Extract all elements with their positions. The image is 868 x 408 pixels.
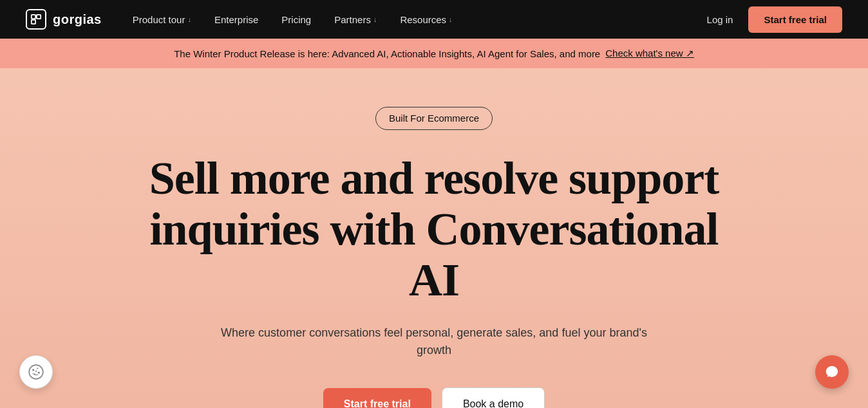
nav-item-pricing[interactable]: Pricing — [281, 14, 311, 25]
announcement-text: The Winter Product Release is here: Adva… — [174, 48, 600, 59]
nav-links: Product tour ↓ Enterprise Pricing Partne… — [133, 14, 453, 25]
logo[interactable]: gorgias — [26, 9, 102, 30]
hero-section: Built For Ecommerce Sell more and resolv… — [0, 68, 868, 408]
svg-rect-2 — [32, 20, 35, 24]
logo-text: gorgias — [53, 12, 102, 27]
trial-button-nav[interactable]: Start free trial — [748, 6, 842, 33]
announcement-link[interactable]: Check what's new ↗ — [605, 48, 694, 59]
chat-widget[interactable] — [815, 355, 849, 389]
chevron-down-icon: ↓ — [449, 15, 453, 23]
svg-point-4 — [32, 369, 34, 371]
cookie-widget[interactable] — [19, 355, 53, 389]
cookie-icon — [28, 364, 44, 380]
svg-point-8 — [35, 371, 37, 372]
svg-point-6 — [38, 371, 40, 373]
navbar-right: Log in Start free trial — [707, 6, 842, 33]
navbar: gorgias Product tour ↓ Enterprise Pricin… — [0, 0, 868, 39]
chevron-down-icon: ↓ — [187, 15, 191, 23]
svg-point-5 — [37, 368, 38, 369]
hero-buttons: Start free trial Book a demo — [323, 387, 545, 408]
nav-item-resources[interactable]: Resources ↓ — [400, 14, 452, 25]
svg-rect-1 — [37, 15, 41, 19]
navbar-left: gorgias Product tour ↓ Enterprise Pricin… — [26, 9, 453, 30]
announcement-banner: The Winter Product Release is here: Adva… — [0, 39, 868, 68]
hero-headline: Sell more and resolve support inquiries … — [144, 153, 724, 306]
chat-bubble-icon — [825, 365, 839, 379]
hero-subtext: Where customer conversations feel person… — [209, 324, 659, 359]
logo-svg — [30, 14, 42, 25]
trial-button-hero[interactable]: Start free trial — [323, 388, 431, 408]
svg-rect-0 — [32, 15, 35, 19]
login-button[interactable]: Log in — [707, 14, 733, 25]
nav-item-enterprise[interactable]: Enterprise — [214, 14, 258, 25]
nav-item-partners[interactable]: Partners ↓ — [334, 14, 377, 25]
chevron-down-icon: ↓ — [373, 15, 377, 23]
built-for-badge: Built For Ecommerce — [375, 107, 493, 130]
book-demo-button[interactable]: Book a demo — [442, 387, 545, 408]
logo-icon — [26, 9, 46, 30]
nav-item-product-tour[interactable]: Product tour ↓ — [133, 14, 191, 25]
